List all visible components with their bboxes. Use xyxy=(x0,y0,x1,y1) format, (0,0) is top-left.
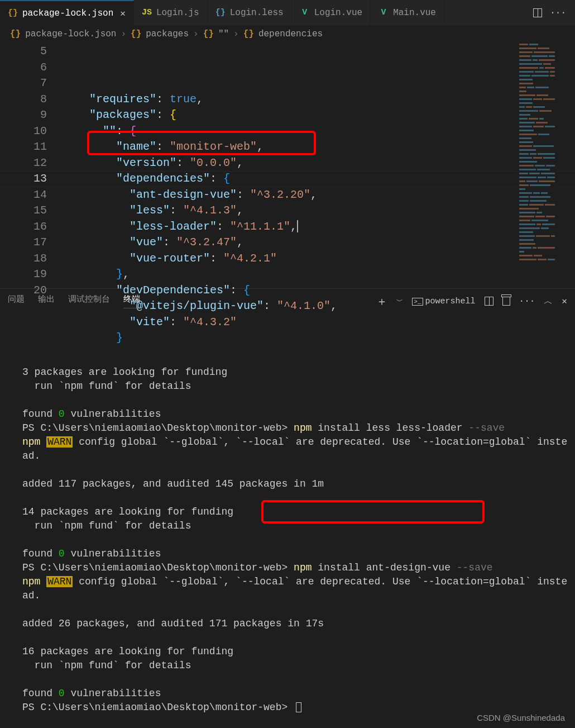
line-number: 20 xyxy=(0,283,47,299)
terminal-text: WARN xyxy=(46,576,73,587)
code-line[interactable]: "": { xyxy=(63,123,575,140)
terminal-text: install ant-design-vue xyxy=(318,562,456,573)
code-line[interactable]: "name": "monitor-web", xyxy=(63,139,575,155)
code-editor[interactable]: 567891011121314151617181920 "requires": … xyxy=(0,42,575,288)
close-tab-icon[interactable]: ✕ xyxy=(120,8,126,19)
breadcrumb-item[interactable]: "" xyxy=(218,29,229,39)
breadcrumb-icon: {} xyxy=(131,29,141,39)
line-number: 5 xyxy=(0,44,47,60)
terminal-text: 0 xyxy=(59,548,65,559)
line-number: 16 xyxy=(0,219,47,235)
terminal-text: npm xyxy=(22,436,46,448)
line-number: 7 xyxy=(0,75,47,92)
text-cursor xyxy=(297,220,298,232)
file-type-icon: {} xyxy=(8,8,18,18)
breadcrumb-icon: {} xyxy=(203,29,214,39)
code-line[interactable]: "vue": "^3.2.47", xyxy=(63,235,575,251)
code-line[interactable]: "version": "0.0.0", xyxy=(63,155,575,172)
code-line[interactable]: "less": "^4.1.3", xyxy=(63,203,575,219)
breadcrumb-item[interactable]: dependencies xyxy=(258,29,323,39)
line-number: 19 xyxy=(0,267,47,283)
tab-label: package-lock.json xyxy=(22,8,113,18)
line-number: 12 xyxy=(0,155,47,172)
tab-label: Login.vue xyxy=(314,8,362,18)
line-number: 14 xyxy=(0,187,47,203)
terminal-text: install less less-loader xyxy=(318,422,468,434)
terminal-text: config global `--global`, `--local` are … xyxy=(22,436,567,559)
breadcrumb-item[interactable]: packages xyxy=(146,29,189,39)
line-number: 9 xyxy=(0,107,47,123)
code-line[interactable]: "packages": { xyxy=(63,107,575,123)
tab-Main-vue[interactable]: VMain.vue xyxy=(371,0,444,25)
code-line[interactable]: "vue-router": "^4.2.1" xyxy=(63,251,575,267)
terminal-text: WARN xyxy=(46,436,73,448)
annotation-box-2 xyxy=(261,500,485,524)
code-line[interactable]: "requires": true, xyxy=(63,92,575,108)
terminal-text: 0 xyxy=(59,408,65,420)
split-editor-icon[interactable] xyxy=(533,8,542,17)
terminal-text: --save xyxy=(457,562,493,573)
terminal-text: npm xyxy=(294,562,318,573)
terminal-text: --save xyxy=(468,422,505,434)
terminal-output[interactable]: 3 packages are looking for funding run `… xyxy=(0,313,575,720)
breadcrumb-icon: {} xyxy=(243,29,254,39)
file-type-icon: JS xyxy=(142,8,152,18)
tab-label: Login.js xyxy=(156,8,199,18)
line-number: 13 xyxy=(0,171,47,187)
tab-Login-vue[interactable]: VLogin.vue xyxy=(292,0,371,25)
code-line[interactable]: }, xyxy=(63,267,575,283)
breadcrumb-item[interactable]: package-lock.json xyxy=(25,29,116,39)
tab-Login-less[interactable]: {}Login.less xyxy=(208,0,292,25)
breadcrumb-separator: › xyxy=(121,29,126,39)
tab-package-lock-json[interactable]: {}package-lock.json✕ xyxy=(0,0,134,25)
line-number: 18 xyxy=(0,251,47,267)
line-number: 11 xyxy=(0,139,47,155)
file-type-icon: {} xyxy=(215,8,226,18)
line-number: 15 xyxy=(0,203,47,219)
kill-terminal-icon[interactable] xyxy=(502,297,510,306)
tab-Login-js[interactable]: JSLogin.js xyxy=(134,0,208,25)
tab-label: Main.vue xyxy=(393,8,436,18)
terminal-text: npm xyxy=(22,576,46,587)
minimap[interactable] xyxy=(517,42,557,288)
split-terminal-icon[interactable] xyxy=(485,297,493,306)
breadcrumb-icon: {} xyxy=(10,29,21,39)
code-line[interactable]: "less-loader": "^11.1.1", xyxy=(63,219,575,235)
file-type-icon: V xyxy=(378,8,389,18)
watermark: CSDN @Sunshinedada xyxy=(477,713,565,722)
breadcrumb-separator: › xyxy=(193,29,199,39)
code-area[interactable]: "requires": true, "packages": { "": { "n… xyxy=(63,42,575,288)
terminal-text: 0 xyxy=(59,688,65,699)
breadcrumb: {}package-lock.json›{}packages›{}""›{}de… xyxy=(0,26,575,42)
code-line[interactable]: "ant-design-vue": "^3.2.20", xyxy=(63,187,575,203)
code-line[interactable]: "devDependencies": { xyxy=(63,283,575,299)
breadcrumb-separator: › xyxy=(233,29,239,39)
file-type-icon: V xyxy=(300,8,310,18)
line-number: 6 xyxy=(0,60,47,76)
editor-tabs: {}package-lock.json✕JSLogin.js{}Login.le… xyxy=(0,0,575,26)
bottom-panel: 问题输出调试控制台终端 ＋ ﹀ >_powershell ··· ︿ ✕ 3 p… xyxy=(0,288,575,720)
code-line[interactable]: "dependencies": { xyxy=(63,171,575,187)
more-actions-icon[interactable]: ··· xyxy=(550,8,566,18)
line-number: 10 xyxy=(0,123,47,140)
terminal-text: config global `--global`, `--local` are … xyxy=(22,576,567,699)
line-gutter: 567891011121314151617181920 xyxy=(0,42,63,288)
line-number: 8 xyxy=(0,92,47,108)
terminal-cursor xyxy=(296,702,301,712)
terminal-text: npm xyxy=(294,422,318,434)
line-number: 17 xyxy=(0,235,47,251)
tab-label: Login.less xyxy=(230,8,284,18)
code-line[interactable]: "@vitejs/plugin-vue": "^4.1.0", xyxy=(63,298,575,315)
